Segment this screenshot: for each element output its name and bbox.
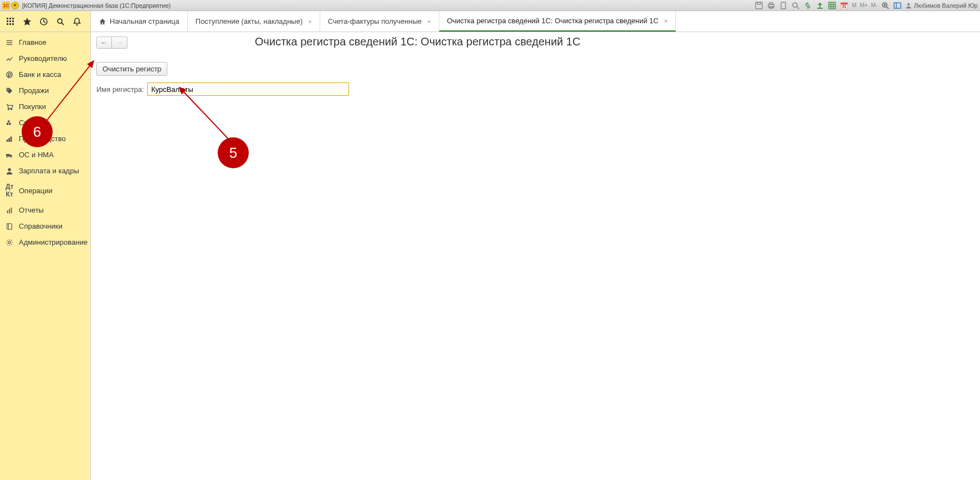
annotation-callout-5: 5: [218, 137, 249, 168]
sidebar-item-label: Справочники: [19, 222, 63, 230]
sidebar-item-manager[interactable]: Руководителю: [0, 50, 90, 66]
tab-invoices-label: Счета-фактуры полученные: [328, 17, 422, 25]
svg-point-40: [8, 109, 9, 110]
calendar-icon[interactable]: 31: [840, 1, 849, 10]
home-icon: [99, 18, 106, 25]
svg-point-39: [8, 89, 9, 90]
svg-rect-44: [8, 120, 10, 122]
print-icon[interactable]: [767, 1, 776, 10]
svg-rect-46: [8, 138, 10, 142]
toolbar-row: Начальная страница Поступление (акты, на…: [0, 11, 980, 32]
svg-rect-3: [769, 3, 773, 4]
sidebar-item-admin[interactable]: Администрирование: [0, 234, 90, 250]
svg-rect-43: [9, 123, 11, 125]
svg-rect-52: [7, 210, 8, 213]
svg-text:31: 31: [842, 4, 846, 8]
svg-rect-29: [7, 23, 8, 25]
tab-receipts-label: Поступление (акты, накладные): [196, 17, 302, 25]
sidebar-item-label: ОС и НМА: [19, 151, 54, 159]
upload-icon[interactable]: [815, 1, 824, 10]
content: ← → Очистка регистра сведений 1С: Очистк…: [91, 32, 980, 480]
close-icon[interactable]: ×: [427, 18, 430, 25]
user-info[interactable]: Любимов Валерий Юр: [905, 2, 978, 9]
star-icon[interactable]: [22, 17, 32, 27]
operations-icon: ДтКт: [6, 183, 13, 198]
svg-rect-20: [894, 3, 901, 8]
memory-m-icon[interactable]: M: [852, 1, 856, 10]
warehouse-icon: [6, 119, 13, 127]
ruble-icon: [6, 71, 13, 79]
tab-invoices[interactable]: Счета-фактуры полученные ×: [320, 11, 439, 32]
svg-rect-5: [781, 2, 786, 9]
document-icon[interactable]: [779, 1, 788, 10]
svg-line-7: [797, 7, 799, 9]
sidebar-item-label: Руководителю: [19, 54, 67, 63]
sidebar-item-bank[interactable]: Банк и касса: [0, 66, 90, 82]
svg-point-38: [7, 71, 13, 78]
svg-point-50: [10, 156, 12, 158]
history-icon[interactable]: [39, 17, 49, 27]
gear-icon: [6, 239, 13, 246]
window-title: [КОПИЯ] Демонстрационная база (1С:Предпр…: [22, 2, 171, 9]
register-name-row: Имя регистра:: [96, 82, 974, 96]
user-name: Любимов Валерий Юр: [914, 2, 978, 9]
report-icon: [6, 207, 13, 214]
forward-button[interactable]: →: [112, 37, 127, 49]
titlebar-icons: 31 M M+ M-: [755, 1, 902, 10]
chart-up-icon: [6, 55, 13, 63]
save-icon[interactable]: [755, 1, 763, 10]
svg-point-22: [907, 3, 910, 6]
sidebar-item-purchases[interactable]: Покупки: [0, 99, 90, 115]
tag-icon: [6, 87, 13, 95]
zoom-icon[interactable]: [881, 1, 890, 10]
sidebar-item-reports[interactable]: Отчеты: [0, 202, 90, 218]
memory-mminus-icon[interactable]: M-: [871, 1, 878, 10]
sidebar-item-assets[interactable]: ОС и НМА: [0, 147, 90, 163]
panel-icon[interactable]: [893, 1, 902, 10]
quick-tools: [0, 11, 91, 32]
svg-rect-26: [7, 20, 8, 22]
svg-point-41: [11, 109, 12, 110]
search-icon[interactable]: [55, 17, 65, 27]
sidebar-item-payroll[interactable]: Зарплата и кадры: [0, 163, 90, 179]
user-icon: [905, 2, 912, 9]
menu-icon: [6, 39, 13, 47]
tab-receipts[interactable]: Поступление (акты, накладные) ×: [188, 11, 320, 32]
page-title: Очистка регистра сведений 1С: Очистка ре…: [255, 35, 581, 48]
memory-mplus-icon[interactable]: M+: [860, 1, 868, 10]
dropdown-icon[interactable]: ▾: [11, 2, 19, 9]
svg-rect-25: [12, 18, 14, 19]
sidebar-item-operations[interactable]: ДтКт Операции: [0, 179, 90, 202]
tab-clear-register[interactable]: Очистка регистра сведений 1С: Очистка ре…: [439, 11, 676, 32]
apps-icon[interactable]: [6, 17, 16, 27]
tab-home[interactable]: Начальная страница: [91, 11, 188, 32]
tab-clear-register-label: Очистка регистра сведений 1С: Очистка ре…: [447, 17, 659, 25]
tab-home-label: Начальная страница: [110, 17, 179, 25]
svg-line-58: [179, 87, 232, 143]
svg-line-17: [886, 7, 889, 9]
sidebar-item-label: Главное: [19, 38, 47, 47]
sidebar-item-sales[interactable]: Продажи: [0, 82, 90, 99]
app-logo-icon: 1С: [2, 2, 10, 9]
sidebar-item-label: Продажи: [19, 86, 49, 95]
titlebar: 1С ▾ [КОПИЯ] Демонстрационная база (1С:П…: [0, 0, 980, 11]
svg-point-51: [8, 168, 11, 171]
link-icon[interactable]: [803, 1, 812, 10]
svg-rect-48: [6, 154, 10, 156]
register-name-input[interactable]: [147, 82, 349, 96]
bell-icon[interactable]: [72, 17, 82, 27]
close-icon[interactable]: ×: [664, 18, 668, 24]
svg-point-6: [793, 3, 797, 7]
clear-register-button[interactable]: Очистить регистр: [96, 62, 167, 76]
search-tb-icon[interactable]: [791, 1, 800, 10]
back-button[interactable]: ←: [96, 37, 112, 49]
sidebar-item-label: Отчеты: [19, 206, 44, 214]
svg-rect-47: [11, 136, 12, 142]
sidebar-item-main[interactable]: Главное: [0, 34, 90, 50]
close-icon[interactable]: ×: [308, 18, 311, 25]
svg-point-49: [7, 156, 8, 158]
grid-icon[interactable]: [828, 1, 837, 10]
sidebar-item-directories[interactable]: Справочники: [0, 218, 90, 234]
svg-rect-30: [9, 23, 11, 25]
svg-rect-23: [7, 18, 8, 19]
